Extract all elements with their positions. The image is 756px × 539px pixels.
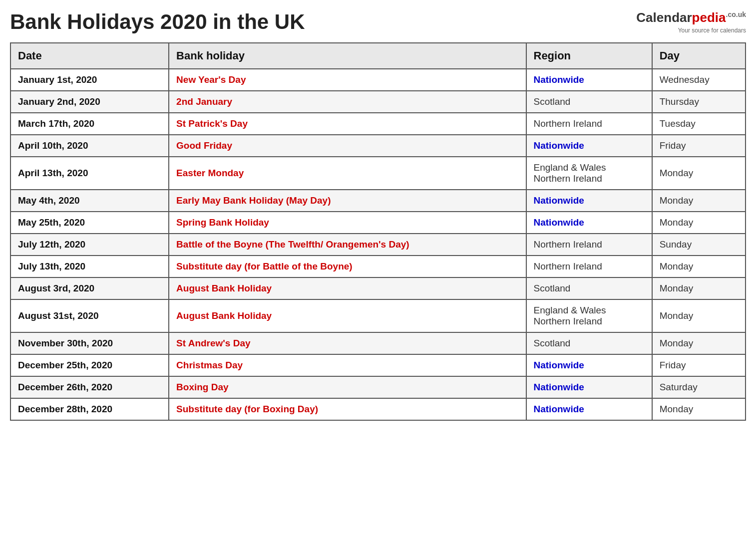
cell-holiday: Good Friday xyxy=(169,135,526,157)
logo-tagline: Your source for calendars xyxy=(678,27,746,34)
table-row: July 13th, 2020Substitute day (for Battl… xyxy=(10,256,746,277)
cell-day: Monday xyxy=(652,299,746,332)
table-row: August 31st, 2020August Bank HolidayEngl… xyxy=(10,299,746,332)
cell-holiday: Spring Bank Holiday xyxy=(169,212,526,234)
cell-holiday: Early May Bank Holiday (May Day) xyxy=(169,190,526,212)
cell-date: December 28th, 2020 xyxy=(10,398,169,420)
cell-day: Thursday xyxy=(652,91,746,113)
cell-day: Monday xyxy=(652,190,746,212)
cell-day: Friday xyxy=(652,135,746,157)
cell-region: England & WalesNorthern Ireland xyxy=(526,157,652,190)
table-row: December 28th, 2020Substitute day (for B… xyxy=(10,398,746,420)
cell-holiday: New Year's Day xyxy=(169,69,526,91)
cell-holiday: August Bank Holiday xyxy=(169,277,526,299)
header-region: Region xyxy=(526,43,652,69)
table-row: May 25th, 2020Spring Bank HolidayNationw… xyxy=(10,212,746,234)
cell-day: Monday xyxy=(652,157,746,190)
cell-region: England & WalesNorthern Ireland xyxy=(526,299,652,332)
table-row: January 1st, 2020New Year's DayNationwid… xyxy=(10,69,746,91)
cell-holiday: St Andrew's Day xyxy=(169,332,526,354)
cell-holiday: Battle of the Boyne (The Twelfth/ Orange… xyxy=(169,234,526,256)
cell-date: July 13th, 2020 xyxy=(10,256,169,277)
cell-holiday: Easter Monday xyxy=(169,157,526,190)
cell-date: March 17th, 2020 xyxy=(10,113,169,135)
cell-date: April 13th, 2020 xyxy=(10,157,169,190)
cell-date: November 30th, 2020 xyxy=(10,332,169,354)
cell-day: Wednesday xyxy=(652,69,746,91)
cell-region: Scotland xyxy=(526,277,652,299)
cell-date: August 31st, 2020 xyxy=(10,299,169,332)
table-row: July 12th, 2020Battle of the Boyne (The … xyxy=(10,234,746,256)
cell-holiday: Substitute day (for Battle of the Boyne) xyxy=(169,256,526,277)
cell-day: Monday xyxy=(652,332,746,354)
cell-date: December 25th, 2020 xyxy=(10,354,169,376)
cell-region: Nationwide xyxy=(526,212,652,234)
table-row: April 13th, 2020Easter MondayEngland & W… xyxy=(10,157,746,190)
cell-region: Nationwide xyxy=(526,398,652,420)
logo-text: Calendarpedia.co.uk xyxy=(636,10,746,25)
table-row: December 25th, 2020Christmas DayNationwi… xyxy=(10,354,746,376)
cell-holiday: 2nd January xyxy=(169,91,526,113)
page-title: Bank Holidays 2020 in the UK xyxy=(10,10,305,34)
cell-day: Monday xyxy=(652,398,746,420)
table-row: December 26th, 2020Boxing DayNationwideS… xyxy=(10,376,746,398)
cell-date: January 1st, 2020 xyxy=(10,69,169,91)
cell-holiday: St Patrick's Day xyxy=(169,113,526,135)
logo-part2: pedia xyxy=(692,10,726,25)
cell-region: Nationwide xyxy=(526,135,652,157)
cell-region: Northern Ireland xyxy=(526,256,652,277)
header-holiday: Bank holiday xyxy=(169,43,526,69)
cell-region: Scotland xyxy=(526,91,652,113)
cell-date: July 12th, 2020 xyxy=(10,234,169,256)
cell-region: Nationwide xyxy=(526,69,652,91)
cell-day: Sunday xyxy=(652,234,746,256)
cell-date: April 10th, 2020 xyxy=(10,135,169,157)
table-row: August 3rd, 2020August Bank HolidayScotl… xyxy=(10,277,746,299)
cell-holiday: Christmas Day xyxy=(169,354,526,376)
cell-region: Northern Ireland xyxy=(526,234,652,256)
table-row: January 2nd, 20202nd JanuaryScotlandThur… xyxy=(10,91,746,113)
cell-day: Saturday xyxy=(652,376,746,398)
table-row: November 30th, 2020St Andrew's DayScotla… xyxy=(10,332,746,354)
cell-holiday: Boxing Day xyxy=(169,376,526,398)
cell-date: May 4th, 2020 xyxy=(10,190,169,212)
cell-date: December 26th, 2020 xyxy=(10,376,169,398)
cell-day: Friday xyxy=(652,354,746,376)
holidays-table: Date Bank holiday Region Day January 1st… xyxy=(10,42,746,421)
cell-region: Northern Ireland xyxy=(526,113,652,135)
cell-day: Monday xyxy=(652,212,746,234)
header-date: Date xyxy=(10,43,169,69)
logo: Calendarpedia.co.uk Your source for cale… xyxy=(636,10,746,34)
logo-tld: .co.uk xyxy=(726,10,746,18)
header-day: Day xyxy=(652,43,746,69)
logo-part1: Calendar xyxy=(636,10,692,25)
cell-day: Tuesday xyxy=(652,113,746,135)
cell-date: January 2nd, 2020 xyxy=(10,91,169,113)
cell-region: Nationwide xyxy=(526,190,652,212)
cell-region: Nationwide xyxy=(526,354,652,376)
cell-holiday: Substitute day (for Boxing Day) xyxy=(169,398,526,420)
cell-date: May 25th, 2020 xyxy=(10,212,169,234)
cell-region: Nationwide xyxy=(526,376,652,398)
page-header: Bank Holidays 2020 in the UK Calendarped… xyxy=(10,10,746,34)
table-row: March 17th, 2020St Patrick's DayNorthern… xyxy=(10,113,746,135)
table-row: May 4th, 2020Early May Bank Holiday (May… xyxy=(10,190,746,212)
cell-day: Monday xyxy=(652,277,746,299)
cell-date: August 3rd, 2020 xyxy=(10,277,169,299)
table-row: April 10th, 2020Good FridayNationwideFri… xyxy=(10,135,746,157)
cell-day: Monday xyxy=(652,256,746,277)
table-header-row: Date Bank holiday Region Day xyxy=(10,43,746,69)
cell-region: Scotland xyxy=(526,332,652,354)
cell-holiday: August Bank Holiday xyxy=(169,299,526,332)
